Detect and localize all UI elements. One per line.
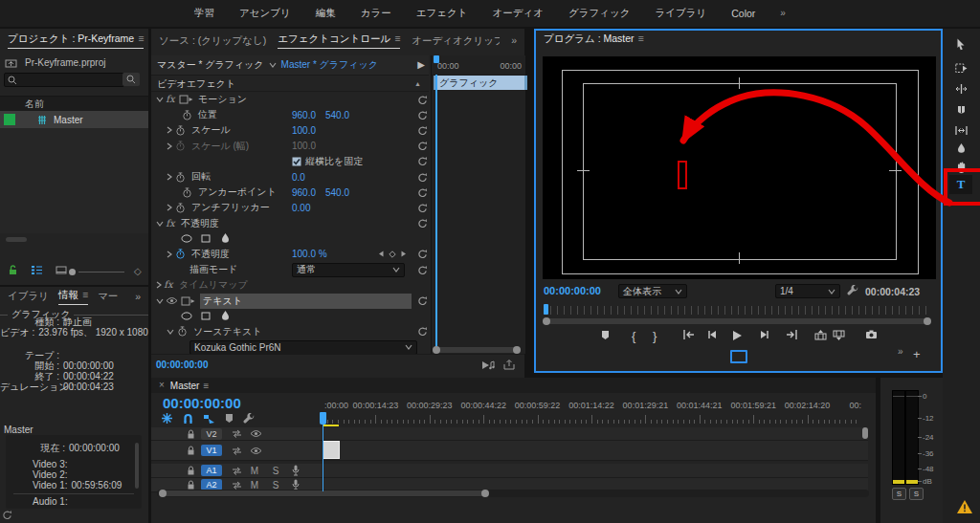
mask-rect-icon[interactable]	[196, 312, 215, 320]
stopwatch-icon[interactable]	[172, 172, 188, 183]
reset-parameter-icon[interactable]	[417, 172, 428, 183]
list-view-icon[interactable]	[31, 265, 43, 274]
zoom-level-select[interactable]: 全体表示	[618, 284, 687, 298]
step-back-button[interactable]	[707, 330, 718, 339]
project-search-input[interactable]	[4, 73, 124, 87]
tab-source-monitor[interactable]: ソース : (クリップなし)	[159, 34, 266, 48]
zoom-slider-track[interactable]	[78, 272, 124, 272]
twirl-icon[interactable]	[167, 329, 174, 335]
snap-magnet-icon[interactable]	[183, 413, 193, 425]
panel-menu-icon[interactable]: ≡	[394, 33, 400, 44]
label-color-swatch[interactable]	[4, 114, 15, 125]
timeline-vscrollbar[interactable]	[862, 427, 868, 439]
program-current-timecode[interactable]: 00:00:00:00	[544, 285, 601, 296]
sync-lock-icon[interactable]	[226, 467, 247, 475]
checkbox-checked-icon[interactable]	[292, 157, 301, 166]
track-name-V1[interactable]: V1	[201, 445, 222, 456]
effect-row-不透明度[interactable]: 不透明度100.0 %	[151, 247, 429, 262]
workspace-tab-8[interactable]: ライブラリ	[656, 7, 707, 20]
panel-menu-icon[interactable]: ≡	[82, 289, 88, 300]
warning-icon[interactable]	[957, 500, 972, 513]
reset-parameter-icon[interactable]	[417, 218, 428, 229]
voiceover-mic-icon[interactable]	[287, 465, 304, 476]
param-value[interactable]: 540.0	[325, 187, 349, 198]
writable-lock-icon[interactable]	[8, 265, 18, 275]
mini-playhead[interactable]	[435, 75, 437, 348]
tab-timeline-master[interactable]: Master	[170, 381, 200, 391]
timeline-hscrollbar[interactable]	[160, 490, 488, 496]
timeline-ruler[interactable]: :00:0000:00:14:2300:00:29:2300:00:44:220…	[322, 399, 861, 424]
workspace-tab-7[interactable]: グラフィック	[568, 7, 630, 20]
stopwatch-icon[interactable]	[179, 187, 194, 198]
param-value[interactable]: 0.00	[292, 203, 310, 213]
project-list-empty-area[interactable]	[0, 128, 148, 233]
track-select-forward-tool[interactable]	[952, 60, 969, 76]
timeline-settings-wrench-icon[interactable]	[243, 413, 255, 425]
tab-effect-controls[interactable]: エフェクトコントロール≡	[278, 33, 400, 49]
effect-row-描画モード[interactable]: 描画モード通常	[151, 262, 429, 277]
column-name-header[interactable]: 名前	[25, 98, 44, 111]
solo-right-button[interactable]: S	[909, 488, 924, 500]
track-header-V1[interactable]: V1	[151, 441, 868, 461]
effect-row-スケール[interactable]: スケール100.0	[151, 122, 429, 138]
workspace-tab-4[interactable]: カラー	[361, 7, 391, 20]
track-lock-icon[interactable]	[184, 446, 197, 455]
blend-mode-select[interactable]: 通常	[292, 263, 405, 277]
effect-row-位置[interactable]: 位置960.0540.0	[151, 107, 429, 122]
reset-parameter-icon[interactable]	[417, 141, 428, 151]
panel-menu-icon[interactable]: ≡	[638, 33, 644, 44]
project-hscrollbar[interactable]	[6, 237, 27, 242]
reset-parameter-icon[interactable]	[417, 203, 428, 213]
zoom-slider-knob[interactable]	[69, 269, 76, 275]
twirl-icon[interactable]	[156, 221, 164, 227]
timeline-timecode[interactable]: 00:00:00:00	[163, 395, 241, 411]
playback-resolution-select[interactable]: 1/4	[775, 284, 840, 298]
workspace-tab-3[interactable]: 編集	[316, 7, 336, 20]
param-value[interactable]: 960.0	[292, 187, 316, 198]
track-lock-icon[interactable]	[184, 429, 197, 439]
add-marker-button[interactable]	[601, 330, 610, 340]
solo-button[interactable]: S	[268, 480, 283, 490]
tab-marker[interactable]: マー	[98, 290, 118, 303]
stopwatch-icon[interactable]	[172, 125, 188, 136]
twirl-icon[interactable]	[156, 97, 164, 102]
extract-button[interactable]	[833, 330, 845, 340]
param-value[interactable]: 960.0	[292, 110, 316, 120]
reset-parameter-icon[interactable]	[417, 95, 428, 105]
nest-toggle-icon[interactable]	[161, 412, 173, 425]
reset-parameter-icon[interactable]	[417, 110, 428, 120]
pen-tool[interactable]	[952, 141, 969, 156]
tab-library[interactable]: イブラリ	[8, 290, 49, 303]
prev-keyframe-icon[interactable]	[378, 251, 384, 257]
play-audio-icon[interactable]	[481, 360, 496, 370]
track-name-V2[interactable]: V2	[201, 428, 222, 440]
workspace-overflow-icon[interactable]: »	[780, 9, 786, 18]
close-tab-icon[interactable]: ×	[159, 381, 165, 390]
font-select[interactable]: Kozuka Gothic Pr6N	[189, 340, 417, 355]
reset-parameter-icon[interactable]	[417, 265, 428, 275]
effect-row-不透明度[interactable]: fx不透明度	[151, 216, 429, 231]
effects-mini-timeline[interactable]: 00:00 00:00 グラフィック	[431, 55, 525, 354]
stopwatch-icon[interactable]	[174, 326, 189, 337]
track-name-A1[interactable]: A1	[201, 465, 222, 476]
mute-button[interactable]: M	[247, 466, 262, 476]
info-scrollbar[interactable]	[135, 443, 139, 489]
add-keyframe-icon[interactable]	[389, 251, 396, 258]
program-playhead[interactable]	[544, 304, 548, 315]
mini-clip-bar[interactable]: グラフィック	[434, 76, 527, 90]
workspace-tab-6[interactable]: オーディオ	[493, 7, 544, 20]
sequence-clip-label[interactable]: Master * グラフィック	[281, 58, 378, 72]
program-video-area[interactable]	[543, 56, 936, 279]
mask-ellipse-icon[interactable]	[177, 234, 196, 243]
effect-row-ソーステキスト[interactable]: ソーステキスト	[151, 324, 429, 339]
track-output-eye-icon[interactable]	[247, 429, 264, 438]
effect-row-アンカーポイント[interactable]: アンカーポイント960.0540.0	[151, 185, 429, 200]
workspace-tab-9[interactable]: Color	[731, 8, 755, 19]
reset-parameter-icon[interactable]	[417, 187, 428, 198]
mini-timeline-scrollbar[interactable]	[434, 347, 519, 353]
step-forward-button[interactable]	[759, 330, 769, 339]
ripple-edit-tool[interactable]	[952, 81, 969, 97]
reset-parameter-icon[interactable]	[417, 156, 428, 166]
go-to-out-button[interactable]	[786, 330, 798, 339]
mask-rect-icon[interactable]	[196, 234, 215, 243]
